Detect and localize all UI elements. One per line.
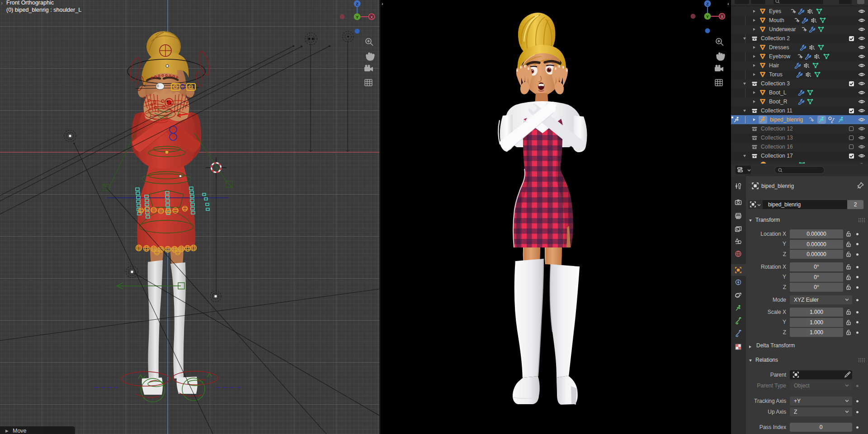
svg-text:›: › (382, 1, 383, 6)
svg-text:Z: Z (356, 2, 359, 6)
svg-text:Move: Move (13, 428, 27, 434)
svg-text:›: › (1, 0, 3, 6)
svg-text:(0) biped_blenrig : shoulder_L: (0) biped_blenrig : shoulder_L (6, 7, 81, 13)
svg-text:‹: ‹ (727, 1, 729, 6)
svg-text:Y: Y (356, 15, 359, 19)
svg-text:Y: Y (706, 14, 709, 19)
svg-text:X: X (721, 14, 723, 19)
svg-text:Z: Z (706, 2, 709, 6)
svg-text:▶: ▶ (5, 429, 9, 433)
svg-text:X: X (370, 15, 373, 19)
svg-text:Front Orthographic: Front Orthographic (6, 0, 54, 6)
